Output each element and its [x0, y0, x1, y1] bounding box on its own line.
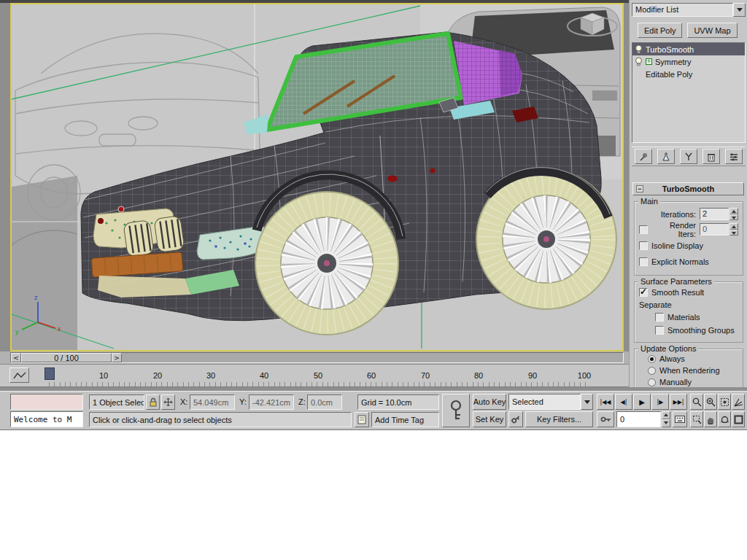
time-tag-icon[interactable]: [355, 412, 369, 427]
collapse-minus-icon[interactable]: −: [636, 185, 643, 192]
group-legend: Surface Parameters: [638, 277, 714, 286]
chevron-down-icon[interactable]: [581, 394, 593, 410]
new-key-icon[interactable]: [508, 411, 523, 427]
perspective-viewport[interactable]: x y z: [10, 3, 624, 351]
modifier-list-value[interactable]: Modifier List: [632, 3, 733, 17]
modifier-stack[interactable]: TurboSmooth + Symmetry Editable Poly: [632, 42, 746, 143]
materials-checkbox[interactable]: [655, 313, 664, 322]
timeline-tick-label: 40: [255, 371, 273, 380]
render-iters-spinner[interactable]: 0: [700, 223, 738, 236]
make-unique-icon[interactable]: [680, 149, 697, 164]
iterations-value[interactable]: 2: [700, 208, 729, 220]
add-time-tag[interactable]: Add Time Tag: [371, 412, 439, 427]
group-legend: Main: [638, 197, 660, 206]
set-key-button[interactable]: Set Key: [473, 411, 506, 427]
timeline-ruler[interactable]: 10 20 30 40 50 60 70 80 90 100: [0, 365, 629, 387]
next-frame-arrow-button[interactable]: >: [112, 353, 122, 362]
previous-frame-button[interactable]: ◀|: [615, 394, 632, 410]
set-keys-key-icon[interactable]: [442, 394, 470, 427]
always-radio[interactable]: [648, 355, 656, 363]
selection-lock-icon[interactable]: [146, 394, 160, 410]
timeline-tick-label: 100: [576, 371, 593, 380]
current-time-field[interactable]: 0: [616, 411, 661, 427]
spinner-up-icon[interactable]: [729, 208, 738, 214]
key-filters-button[interactable]: Key Filters...: [525, 411, 593, 427]
next-frame-button[interactable]: |▶: [651, 394, 669, 410]
timeline-tick-label: 30: [202, 371, 220, 380]
timeline-tick-label: 80: [470, 371, 487, 380]
spinner-up-icon[interactable]: [662, 411, 670, 419]
render-iters-value[interactable]: 0: [700, 223, 729, 236]
x-coord-field[interactable]: 54.049cm: [190, 394, 235, 410]
uvw-map-button[interactable]: UVW Map: [687, 23, 737, 38]
pin-stack-icon[interactable]: [635, 149, 652, 164]
pan-hand-icon[interactable]: [704, 411, 717, 427]
isoline-display-checkbox[interactable]: [639, 241, 648, 250]
selection-set-dropdown[interactable]: Selected: [508, 394, 593, 410]
configure-modifier-sets-icon[interactable]: [725, 149, 743, 164]
stack-item-turbosmooth[interactable]: TurboSmooth: [632, 43, 745, 55]
play-button[interactable]: ▶: [633, 394, 651, 410]
show-end-result-icon[interactable]: [657, 149, 675, 164]
front-wheel: [255, 192, 398, 335]
render-iters-checkbox[interactable]: [639, 225, 648, 234]
smoothing-groups-checkbox[interactable]: [655, 326, 664, 335]
iterations-spinner[interactable]: 2: [700, 208, 738, 220]
key-mode-toggle-icon[interactable]: [597, 411, 614, 427]
viewport-scene[interactable]: x y z: [12, 4, 622, 350]
zoom-icon[interactable]: [690, 394, 703, 410]
manually-radio[interactable]: [648, 378, 656, 386]
z-coord-field[interactable]: 0.0cm: [307, 394, 342, 410]
y-coord-field[interactable]: -42.421cm: [249, 394, 294, 410]
selection-set-value[interactable]: Selected: [508, 394, 581, 410]
maxscript-listener[interactable]: Welcome to M: [10, 411, 83, 427]
mini-curve-editor-button[interactable]: [9, 368, 29, 383]
x-coord-label: X:: [180, 397, 187, 406]
field-of-view-icon[interactable]: [732, 394, 745, 410]
stack-item-editable-poly[interactable]: Editable Poly: [632, 68, 745, 80]
expand-plus-icon[interactable]: +: [646, 58, 652, 65]
go-to-start-button[interactable]: |◀◀: [597, 394, 614, 410]
timeline-tick-label: 20: [149, 371, 166, 380]
when-rendering-radio[interactable]: [648, 367, 656, 375]
always-label: Always: [659, 354, 685, 363]
absolute-offset-toggle-icon[interactable]: [161, 394, 175, 410]
edit-poly-button[interactable]: Edit Poly: [638, 23, 682, 38]
zoom-extents-icon[interactable]: [718, 394, 731, 410]
rollout-header-turbosmooth[interactable]: − TurboSmooth: [632, 182, 744, 195]
chevron-down-icon[interactable]: [733, 3, 746, 17]
maxscript-macro-pane[interactable]: [10, 394, 83, 410]
spinner-down-icon[interactable]: [729, 230, 738, 236]
time-slider-groove[interactable]: < 0 / 100 >: [10, 352, 624, 363]
selection-status: 1 Object Selec: [89, 394, 144, 410]
go-to-end-button[interactable]: ▶▶|: [670, 394, 687, 410]
command-panel: Modifier List Edit Poly UVW Map TurboSmo…: [629, 0, 747, 387]
keyboard-shortcut-override-icon[interactable]: [673, 411, 687, 427]
smooth-result-label: Smooth Result: [651, 288, 704, 297]
svg-text:x: x: [58, 325, 61, 332]
grid-size-status: Grid = 10.0cm: [357, 394, 439, 410]
materials-label: Materials: [667, 313, 700, 322]
explicit-normals-checkbox[interactable]: [639, 257, 648, 266]
auto-key-button[interactable]: Auto Key: [473, 394, 506, 410]
time-slider-handle[interactable]: 0 / 100: [21, 353, 112, 362]
zoom-region-icon[interactable]: [690, 411, 703, 427]
orbit-icon[interactable]: [718, 411, 731, 427]
spinner-up-icon[interactable]: [729, 223, 738, 230]
zoom-all-icon[interactable]: [704, 394, 717, 410]
spinner-down-icon[interactable]: [729, 214, 738, 221]
hood-emblem: [118, 206, 124, 212]
previous-frame-arrow-button[interactable]: <: [11, 353, 21, 362]
maximize-viewport-icon[interactable]: [732, 411, 745, 427]
modifier-list-dropdown[interactable]: Modifier List: [632, 3, 746, 17]
current-time-spinner[interactable]: 0: [616, 411, 670, 427]
remove-modifier-icon[interactable]: [703, 149, 720, 164]
timeline-tick-label: 10: [95, 371, 112, 380]
smooth-result-checkbox[interactable]: [639, 288, 648, 297]
timeline-scrubber[interactable]: [44, 368, 55, 380]
group-legend: Update Options: [638, 344, 698, 353]
spinner-down-icon[interactable]: [662, 419, 670, 427]
prompt-line: Click or click-and-drag to select object…: [89, 412, 352, 427]
stack-item-label: Symmetry: [655, 58, 692, 66]
stack-item-symmetry[interactable]: + Symmetry: [632, 55, 745, 68]
